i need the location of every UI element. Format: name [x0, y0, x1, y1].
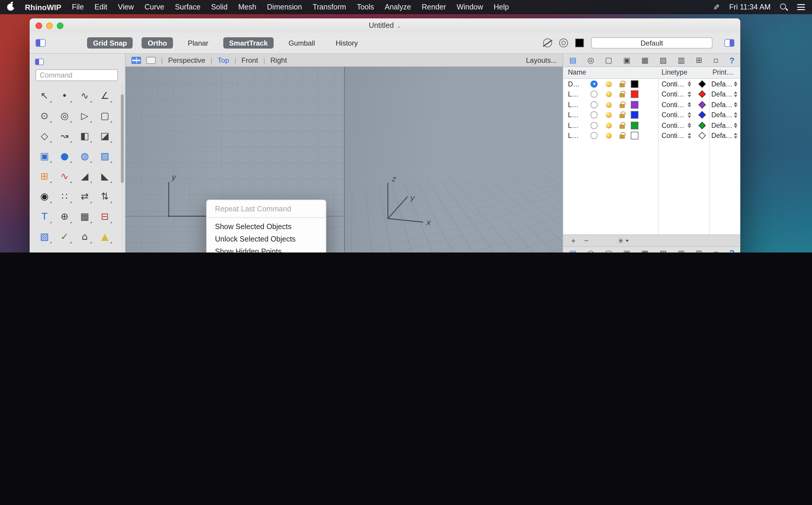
tool-hatch[interactable]: ▧	[34, 227, 54, 247]
layer-current-radio[interactable]	[590, 101, 597, 108]
tool-freeform-curve[interactable]: ↝	[54, 126, 75, 146]
lighting-tab-icon[interactable]: ▥	[678, 249, 685, 252]
linetype-column-header[interactable]: Linetype	[662, 69, 687, 76]
pen-tablet-icon[interactable]: ✎	[713, 3, 720, 12]
left-sidebar-toggle-icon[interactable]	[35, 39, 45, 47]
monitor-tab-icon[interactable]: ▫	[713, 56, 718, 64]
tool-explode[interactable]: ⇅	[95, 186, 115, 207]
materials-tab-icon[interactable]: ▣	[623, 249, 631, 252]
menu-transform[interactable]: Transform	[313, 3, 346, 11]
layer-lock-icon[interactable]	[620, 125, 625, 129]
texture-tab-icon[interactable]: ▧	[660, 249, 667, 252]
menu-window[interactable]: Window	[457, 3, 483, 11]
tool-move[interactable]: ⊕	[54, 207, 75, 227]
lighting-tab-icon[interactable]: ▥	[678, 56, 685, 64]
tab-right[interactable]: Right	[270, 56, 287, 64]
history-button[interactable]: History	[330, 37, 364, 48]
layer-color-swatch[interactable]	[631, 91, 639, 98]
ortho-button[interactable]: Ortho	[142, 37, 173, 48]
right-sidebar-toggle-icon[interactable]	[724, 39, 734, 47]
tool-cylinder[interactable]: ◍	[75, 146, 95, 166]
help-tab-icon[interactable]: ?	[729, 248, 734, 252]
tool-plugin[interactable]: ⊞	[34, 166, 54, 186]
layer-color-swatch-toolbar[interactable]	[575, 38, 584, 47]
notes-tab-icon[interactable]: ▢	[605, 249, 613, 252]
tool-polygon[interactable]: ◇	[34, 126, 54, 146]
menu-item-show-hidden-points[interactable]: Show Hidden Points	[207, 245, 326, 252]
viewport-perspective[interactable]: z y x	[345, 67, 563, 252]
menu-dimension[interactable]: Dimension	[267, 3, 302, 11]
print-color-diamond-icon[interactable]	[698, 101, 706, 108]
materials-tab-icon[interactable]: ▣	[623, 56, 631, 64]
zoom-button[interactable]	[57, 22, 63, 29]
tool-circle-diameter[interactable]: ◎	[54, 106, 75, 126]
command-input[interactable]	[35, 69, 118, 81]
layer-lock-icon[interactable]	[620, 135, 625, 139]
tool-circle-tangent[interactable]: ○	[34, 247, 54, 252]
tool-array-polar[interactable]: ⊟	[95, 207, 115, 227]
render-tab-icon[interactable]: ▦	[642, 249, 649, 252]
render-tab-icon[interactable]: ▦	[642, 56, 649, 64]
print-width-stepper-icon[interactable]	[734, 133, 737, 139]
tool-point[interactable]: •	[54, 86, 75, 106]
proxy-chevron-icon[interactable]: ⌄	[396, 22, 401, 29]
layer-row[interactable]: L…Conti…Defa…	[563, 100, 740, 110]
panel-toggle-icon[interactable]	[35, 58, 44, 65]
linetype-stepper-icon[interactable]	[688, 133, 691, 139]
notes-tab-icon[interactable]: ▢	[605, 56, 613, 64]
layer-row[interactable]: D…Conti…Defa…	[563, 79, 740, 89]
print-column-header[interactable]: Print…	[712, 69, 733, 76]
tool-boolean[interactable]: ◉	[34, 186, 54, 207]
menu-surface[interactable]: Surface	[175, 3, 200, 11]
tool-box[interactable]: ▣	[34, 146, 54, 166]
tool-palette-scrollbar-thumb[interactable]	[121, 94, 124, 183]
tool-ellipse[interactable]: ◌	[75, 247, 95, 252]
layers-tab-icon[interactable]: ▤	[569, 249, 576, 252]
print-width-stepper-icon[interactable]	[734, 112, 737, 118]
linetype-stepper-icon[interactable]	[688, 102, 691, 108]
layer-visibility-bulb-icon[interactable]	[606, 133, 612, 139]
tool-fillet[interactable]: ◢	[75, 166, 95, 186]
remove-layer-button[interactable]: −	[581, 236, 592, 245]
tool-arc[interactable]: ▷	[75, 106, 95, 126]
tool-analyze[interactable]: ∿	[54, 166, 75, 186]
menu-solid[interactable]: Solid	[211, 3, 228, 11]
layer-lock-icon[interactable]	[620, 114, 625, 119]
display-mode-combo[interactable]: Default	[591, 37, 712, 48]
notification-center-icon[interactable]	[797, 4, 805, 10]
print-color-diamond-icon[interactable]	[698, 122, 706, 129]
disable-osnap-icon[interactable]	[543, 38, 552, 47]
layer-row[interactable]: L…Conti…Defa…	[563, 131, 740, 141]
layer-current-radio[interactable]	[590, 91, 597, 98]
layer-color-swatch[interactable]	[631, 122, 639, 129]
apple-menu-icon[interactable]	[7, 4, 14, 11]
add-layer-button[interactable]: +	[568, 236, 579, 245]
menu-item-unlock-selected-objects[interactable]: Unlock Selected Objects	[207, 233, 326, 245]
layer-color-swatch[interactable]	[631, 101, 639, 109]
single-viewport-icon[interactable]	[146, 56, 156, 64]
grid-snap-button[interactable]: Grid Snap	[87, 37, 133, 48]
gumball-button[interactable]: Gumball	[282, 37, 321, 48]
smarttrack-button[interactable]: SmartTrack	[223, 37, 274, 48]
layer-lock-icon[interactable]	[620, 104, 625, 108]
tool-surface-sweep[interactable]: ◪	[95, 126, 115, 146]
layers-tab-icon[interactable]: ▤	[569, 56, 576, 64]
layer-visibility-bulb-icon[interactable]	[606, 123, 612, 129]
linetype-stepper-icon[interactable]	[688, 112, 691, 118]
menubar-clock[interactable]: Fri 11:34 AM	[729, 3, 771, 11]
layer-current-radio[interactable]	[590, 80, 597, 88]
layer-current-radio[interactable]	[590, 132, 597, 139]
layer-current-radio[interactable]	[590, 112, 597, 119]
display-tab-icon[interactable]: ◎	[587, 249, 594, 252]
tool-visibility[interactable]: ⊘	[95, 247, 115, 252]
display-tab-icon[interactable]: ◎	[587, 56, 594, 64]
tool-cone[interactable]: ▲	[95, 227, 115, 247]
tab-top[interactable]: Top	[218, 56, 229, 64]
print-width-stepper-icon[interactable]	[734, 92, 737, 97]
layer-color-swatch[interactable]	[631, 111, 639, 119]
linetype-stepper-icon[interactable]	[688, 81, 691, 87]
menu-analyze[interactable]: Analyze	[385, 3, 411, 11]
tool-text[interactable]: T	[34, 207, 54, 227]
print-width-stepper-icon[interactable]	[734, 123, 737, 128]
linetype-stepper-icon[interactable]	[688, 92, 691, 97]
